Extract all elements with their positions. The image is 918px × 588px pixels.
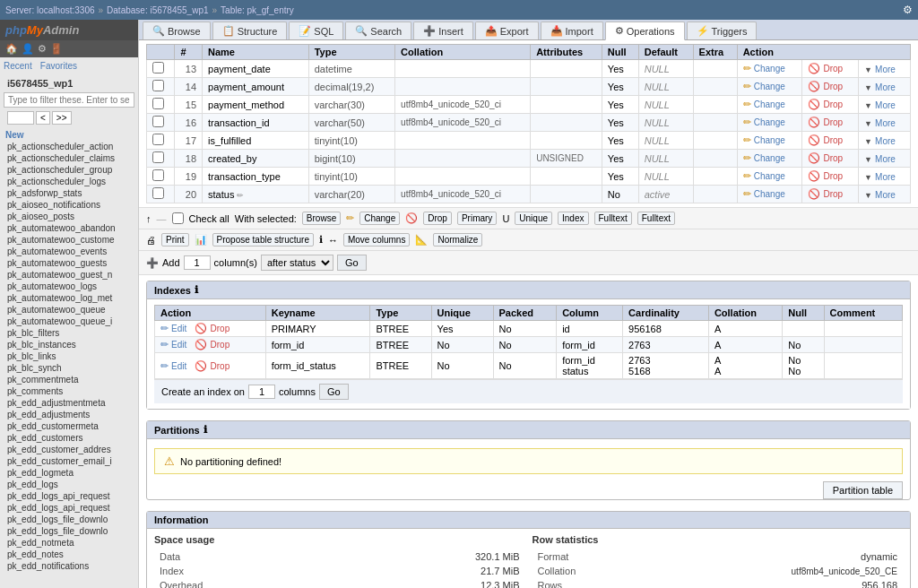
- change-column-link[interactable]: Change: [754, 171, 785, 181]
- check-all-checkbox[interactable]: [172, 212, 184, 224]
- sidebar-item-edd-customer-address[interactable]: pk_edd_customer_addres: [0, 444, 138, 455]
- sidebar-item-automatewoo-log-met[interactable]: pk_automatewoo_log_met: [0, 292, 138, 304]
- edit-formidstatus-icon[interactable]: ✏: [160, 360, 169, 371]
- sidebar-item-aioseo-notifications[interactable]: pk_aioseo_notifications: [0, 199, 138, 211]
- sidebar-item-automatewoo-guests[interactable]: pk_automatewoo_guests: [0, 257, 138, 269]
- drop-column-link[interactable]: Drop: [823, 117, 843, 127]
- database-link[interactable]: Database: i5678455_wp1: [107, 5, 208, 15]
- sidebar-item-automatewoo-custome[interactable]: pk_automatewoo_custome: [0, 234, 138, 246]
- drop-primary-link[interactable]: Drop: [211, 324, 230, 333]
- tab-export[interactable]: 📤 Export: [475, 22, 539, 39]
- more-column-link[interactable]: More: [875, 154, 896, 164]
- sidebar-item-actionscheduler-group[interactable]: pk_actionscheduler_group: [0, 164, 138, 176]
- fulltext-button[interactable]: Fulltext: [594, 212, 632, 225]
- sidebar-item-automatewoo-guest-n[interactable]: pk_automatewoo_guest_n: [0, 269, 138, 281]
- tab-triggers[interactable]: ⚡ Triggers: [687, 22, 758, 39]
- index-button[interactable]: Index: [558, 212, 588, 225]
- change-selected-button[interactable]: Change: [359, 212, 400, 225]
- server-link[interactable]: Server: localhost:3306: [5, 5, 95, 15]
- change-column-link[interactable]: Change: [754, 99, 785, 109]
- sidebar-item-edd-logs-api-1[interactable]: pk_edd_logs_api_request: [0, 490, 138, 502]
- sidebar-item-edd-adjustmentmeta[interactable]: pk_edd_adjustmentmeta: [0, 397, 138, 409]
- sidebar-item-automatewoo-queue-it[interactable]: pk_automatewoo_queue_i: [0, 316, 138, 327]
- page-number-input[interactable]: 1: [7, 111, 34, 125]
- partitions-info-icon[interactable]: ℹ: [204, 424, 207, 436]
- drop-column-link[interactable]: Drop: [823, 153, 843, 163]
- favorites-label[interactable]: Favorites: [40, 61, 77, 71]
- drop-column-link[interactable]: Drop: [823, 99, 843, 109]
- more-column-link[interactable]: More: [875, 136, 896, 146]
- more-column-link[interactable]: More: [875, 190, 896, 200]
- unique-button[interactable]: Unique: [515, 212, 552, 225]
- tab-insert[interactable]: ➕ Insert: [413, 22, 473, 39]
- home-icon[interactable]: 🏠: [5, 43, 18, 55]
- tab-structure[interactable]: 📋 Structure: [212, 22, 288, 39]
- exit-icon[interactable]: 🚪: [50, 43, 63, 55]
- sidebar-item-edd-notifications[interactable]: pk_edd_notifications: [0, 560, 138, 572]
- drop-formidstatus-link[interactable]: Drop: [211, 361, 230, 371]
- row-checkbox[interactable]: [152, 134, 164, 145]
- sidebar-item-blc-filters[interactable]: pk_blc_filters: [0, 327, 138, 339]
- recent-label[interactable]: Recent: [4, 61, 32, 71]
- row-checkbox[interactable]: [152, 151, 164, 163]
- tab-import[interactable]: 📥 Import: [541, 22, 603, 39]
- drop-index-icon[interactable]: 🚫: [195, 323, 207, 333]
- change-column-link[interactable]: Change: [754, 153, 785, 163]
- sidebar-new-item[interactable]: New: [0, 129, 138, 141]
- row-checkbox[interactable]: [152, 80, 164, 91]
- after-column-select[interactable]: after status: [261, 255, 333, 271]
- drop-column-link[interactable]: Drop: [823, 171, 843, 181]
- drop-formid-link[interactable]: Drop: [211, 340, 230, 350]
- sidebar-item-edd-notmeta[interactable]: pk_edd_notmeta: [0, 537, 138, 549]
- prev-page-button[interactable]: <: [36, 111, 50, 125]
- sidebar-item-edd-logs-file-1[interactable]: pk_edd_logs_file_downlo: [0, 514, 138, 525]
- next-page-button[interactable]: >>: [52, 111, 72, 125]
- partition-table-button[interactable]: Partition table: [823, 481, 903, 499]
- change-column-link[interactable]: Change: [754, 135, 785, 145]
- move-columns-button[interactable]: Move columns: [343, 233, 410, 246]
- drop-column-link[interactable]: Drop: [823, 64, 843, 74]
- sidebar-item-automatewoo-logs[interactable]: pk_automatewoo_logs: [0, 281, 138, 292]
- sidebar-item-automatewoo-events[interactable]: pk_automatewoo_events: [0, 246, 138, 257]
- back-icon[interactable]: ↑: [146, 213, 152, 224]
- row-checkbox[interactable]: [152, 187, 164, 199]
- more-column-link[interactable]: More: [875, 118, 896, 128]
- edit-formidstatus-link[interactable]: Edit: [171, 361, 186, 371]
- sidebar-db-name[interactable]: i5678455_wp1: [4, 76, 134, 91]
- sidebar-item-actionscheduler-logs[interactable]: pk_actionscheduler_logs: [0, 176, 138, 187]
- edit-formid-link[interactable]: Edit: [171, 340, 186, 350]
- add-columns-input[interactable]: [184, 255, 211, 270]
- change-column-link[interactable]: Change: [754, 189, 785, 199]
- drop-column-link[interactable]: Drop: [823, 189, 843, 199]
- fulltext2-button[interactable]: Fulltext: [637, 212, 675, 225]
- sidebar-item-edd-logs[interactable]: pk_edd_logs: [0, 479, 138, 490]
- sidebar-item-blc-synch[interactable]: pk_blc_synch: [0, 362, 138, 374]
- sidebar-item-edd-customers[interactable]: pk_edd_customers: [0, 432, 138, 444]
- sidebar-item-actionscheduler-claims[interactable]: pk_actionscheduler_claims: [0, 152, 138, 164]
- edit-formid-icon[interactable]: ✏: [160, 339, 169, 350]
- edit-primary-link[interactable]: Edit: [171, 324, 186, 333]
- drop-selected-button[interactable]: Drop: [423, 212, 452, 225]
- create-index-go-button[interactable]: Go: [319, 384, 349, 400]
- row-checkbox[interactable]: [152, 98, 164, 109]
- sidebar-item-aioseo-posts[interactable]: pk_aioseo_posts: [0, 211, 138, 222]
- tab-sql[interactable]: 📝 SQL: [289, 22, 343, 39]
- row-checkbox[interactable]: [152, 169, 164, 181]
- more-column-link[interactable]: More: [875, 65, 896, 74]
- sidebar-item-edd-notes[interactable]: pk_edd_notes: [0, 549, 138, 560]
- add-go-button[interactable]: Go: [337, 255, 367, 271]
- normalize-button[interactable]: Normalize: [433, 233, 482, 246]
- sidebar-search-input[interactable]: [4, 92, 134, 108]
- tab-operations[interactable]: ⚙ Operations: [605, 22, 685, 40]
- user-icon[interactable]: 👤: [22, 43, 34, 55]
- drop-formid-icon[interactable]: 🚫: [195, 339, 207, 350]
- propose-structure-button[interactable]: Propose table structure: [212, 233, 314, 246]
- sidebar-item-edd-logs-api-2[interactable]: pk_edd_logs_api_request: [0, 502, 138, 514]
- browse-selected-button[interactable]: Browse: [302, 212, 341, 225]
- sidebar-item-edd-logs-file-2[interactable]: pk_edd_logs_file_downlo: [0, 525, 138, 537]
- sidebar-item-automatewoo-abandon[interactable]: pk_automatewoo_abandon: [0, 222, 138, 234]
- row-checkbox[interactable]: [152, 116, 164, 127]
- sidebar-item-actionscheduler-action[interactable]: pk_actionscheduler_action: [0, 141, 138, 152]
- sidebar-item-edd-adjustments[interactable]: pk_edd_adjustments: [0, 409, 138, 420]
- sidebar-item-adsforwp-stats[interactable]: pk_adsforwp_stats: [0, 187, 138, 199]
